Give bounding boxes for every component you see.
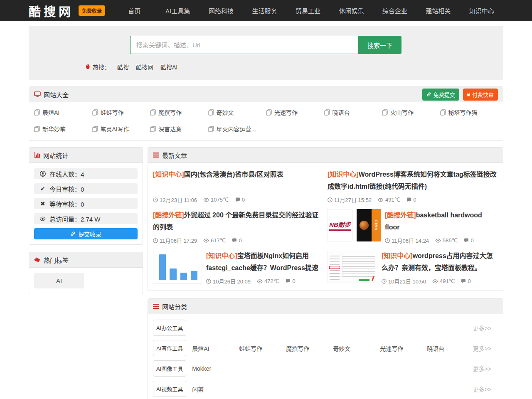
category-site-link[interactable]: 闪剪	[192, 385, 239, 393]
paid-review-button[interactable]: ¥ 付费快审	[463, 89, 498, 101]
site-link[interactable]: 秘塔写作猫	[440, 104, 498, 121]
article-meta: 10月26日 20:09 472℃ 0	[206, 275, 323, 285]
article-item[interactable]: [知识中心]WordPress博客系统如何将文章tag标签链接改成数字id.ht…	[328, 168, 498, 204]
category-site-link[interactable]: 晓语台	[427, 344, 473, 352]
stats-header: 网站统计	[29, 148, 143, 163]
free-include-badge[interactable]: 免费收录	[79, 5, 105, 16]
article-thumbnail[interactable]	[328, 250, 377, 283]
hot-search-label: 热搜：	[93, 63, 110, 71]
views-icon	[435, 239, 441, 243]
categories-header: 网站分类	[148, 299, 503, 314]
stat-visits: 总访问量：2.74 W	[34, 213, 138, 224]
tag-item[interactable]: AI	[34, 273, 84, 288]
bar-chart-icon	[34, 152, 40, 158]
comment-icon	[286, 279, 291, 284]
flame-icon	[85, 63, 91, 71]
clone-icon	[34, 126, 40, 132]
search-button[interactable]: 搜索一下	[358, 36, 401, 54]
article-title[interactable]: [酷搜外链]外贸超过 200 个最新免费目录提交的经过验证的列表	[153, 209, 323, 233]
search-hero-panel: 搜索一下 热搜： 酷搜酷搜网酷搜AI	[29, 26, 503, 80]
stat-visits-label: 总访问量：2.74 W	[49, 214, 101, 223]
article-title[interactable]: [酷搜外链]basketball hardwood floor	[385, 209, 498, 233]
link-icon	[70, 231, 76, 236]
clone-icon	[208, 126, 214, 132]
site-link[interactable]: 火山写作	[382, 104, 440, 121]
article-meta: 11月06日 14:24 585℃ 0	[385, 234, 498, 244]
cross-icon: ✖	[39, 200, 46, 207]
nav-links: 首页AI工具集网络科技生活服务贸易工业休闲娱乐综合企业建站相关知识中心	[113, 6, 503, 15]
site-link[interactable]: 晨煊AI	[34, 104, 92, 121]
more-link[interactable]: 更多>>	[473, 344, 498, 352]
site-link[interactable]: 魔撰写作	[150, 104, 208, 121]
clone-icon	[324, 109, 330, 116]
clone-icon	[440, 109, 446, 116]
nav-item[interactable]: 休闲娱乐	[330, 6, 373, 15]
nav-item[interactable]: 知识中心	[460, 6, 503, 15]
more-link[interactable]: 更多>>	[473, 385, 498, 393]
category-row: AI图像工具Mokker更多>>	[153, 360, 498, 377]
site-link[interactable]: 星火内容运营...	[208, 121, 266, 137]
site-link[interactable]: 晓语台	[324, 104, 382, 121]
nav-item[interactable]: 综合企业	[373, 6, 416, 15]
site-link[interactable]: 深言达意	[150, 121, 208, 137]
hot-search-links: 酷搜酷搜网酷搜AI	[110, 63, 177, 71]
nav-item[interactable]: 建站相关	[416, 6, 460, 15]
hot-tags-panel: 热门标签 AI	[29, 252, 143, 294]
site-link[interactable]: 蛙蛙写作	[92, 104, 150, 121]
submit-include-button[interactable]: 提交收录	[34, 228, 138, 239]
site-link[interactable]: 笔灵AI写作	[92, 121, 150, 137]
site-logo[interactable]: 酷搜网	[29, 2, 74, 20]
category-site-link[interactable]: Mokker	[192, 365, 239, 372]
category-site-link[interactable]: 奇妙文	[333, 344, 380, 352]
article-item[interactable]: NB耐步 FIBA [酷搜外链]basketball hardwood floo…	[328, 209, 498, 244]
site-link[interactable]: 奇妙文	[208, 104, 266, 121]
hot-search-link[interactable]: 酷搜网	[136, 64, 153, 71]
category-site-link[interactable]: 光速写作	[380, 344, 427, 352]
article-title[interactable]: [知识中心]WordPress博客系统如何将文章tag标签链接改成数字id.ht…	[328, 168, 498, 192]
hot-search-link[interactable]: 酷搜	[117, 64, 129, 71]
free-submit-button[interactable]: 免费提交	[422, 89, 459, 101]
article-thumbnail[interactable]: FIBA	[357, 209, 381, 241]
category-links: 晨煊AI蛙蛙写作魔撰写作奇妙文光速写作晓语台	[192, 344, 473, 352]
article-title[interactable]: [知识中心]wordpress占用内容过大怎么办？亲测有效，宝塔面板教程。	[382, 250, 498, 274]
category-label[interactable]: AI写作工具	[153, 340, 186, 356]
more-link[interactable]: 更多>>	[473, 324, 498, 332]
site-link[interactable]: 光速写作	[266, 104, 324, 121]
article-thumbnail[interactable]: NB耐步	[328, 209, 352, 241]
nav-item[interactable]: 首页	[113, 6, 156, 15]
nav-item[interactable]: AI工具集	[156, 6, 199, 15]
comment-icon	[235, 197, 240, 202]
site-link[interactable]: 新华妙笔	[34, 121, 92, 137]
article-item[interactable]: [知识中心]国内(包含港澳台)省市县/区对照表 12月23日 11:06 107…	[153, 168, 323, 204]
category-label[interactable]: AI办公工具	[153, 320, 186, 336]
views-icon	[432, 279, 438, 283]
category-links: 闪剪	[192, 385, 473, 393]
hot-tags-title: 热门标签	[44, 256, 69, 264]
stats-title: 网站统计	[43, 151, 68, 160]
clone-icon	[92, 109, 98, 116]
category-row: AI视频工具闪剪更多>>	[153, 381, 498, 397]
category-site-link[interactable]: 蛙蛙写作	[239, 344, 286, 352]
article-title[interactable]: [知识中心]宝塔面板Nginx如何启用fastcgi_cache缓存？WordP…	[206, 250, 323, 274]
views-icon	[203, 198, 209, 202]
article-item[interactable]: [酷搜外链]外贸超过 200 个最新免费目录提交的经过验证的列表 11月06日 …	[153, 209, 323, 244]
article-item[interactable]: [知识中心]wordpress占用内容过大怎么办？亲测有效，宝塔面板教程。 10…	[328, 250, 498, 285]
stat-waiting-label: 等待审核：0	[49, 200, 84, 208]
nav-item[interactable]: 网络科技	[200, 6, 243, 15]
more-link[interactable]: 更多>>	[473, 365, 498, 373]
menu-icon	[153, 153, 159, 158]
comment-icon	[461, 279, 466, 284]
article-title[interactable]: [知识中心]国内(包含港澳台)省市县/区对照表	[153, 168, 323, 192]
nav-item[interactable]: 生活服务	[243, 6, 286, 15]
category-site-link[interactable]: 晨煊AI	[192, 344, 239, 352]
search-input[interactable]	[130, 36, 358, 54]
hot-search-link[interactable]: 酷搜AI	[160, 64, 177, 71]
yen-icon: ¥	[467, 91, 470, 98]
category-label[interactable]: AI图像工具	[153, 360, 186, 377]
article-thumbnail[interactable]	[153, 250, 202, 284]
category-site-link[interactable]: 魔撰写作	[286, 344, 333, 352]
clone-icon	[34, 109, 40, 116]
category-label[interactable]: AI视频工具	[153, 381, 186, 397]
nav-item[interactable]: 贸易工业	[286, 6, 330, 15]
article-item[interactable]: [知识中心]宝塔面板Nginx如何启用fastcgi_cache缓存？WordP…	[153, 250, 323, 285]
